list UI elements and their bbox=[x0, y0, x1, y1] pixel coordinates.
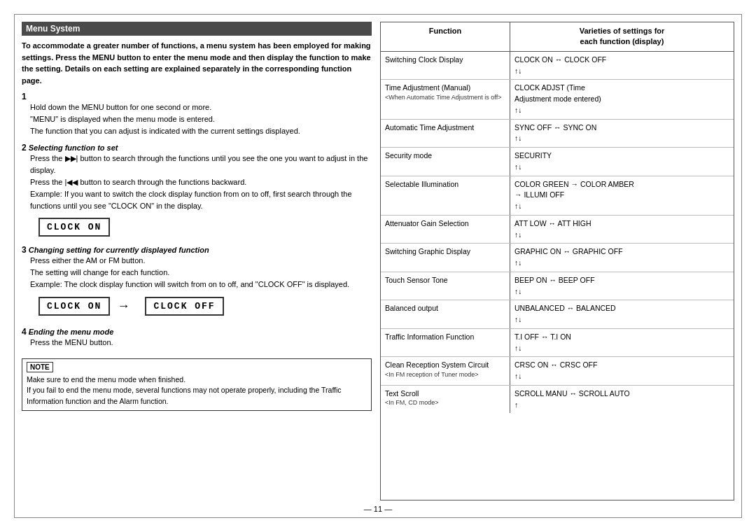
td-function: Security mode bbox=[381, 148, 510, 176]
td-settings: GRAPHIC ON ↔ GRAPHIC OFF↑↓ bbox=[510, 244, 734, 272]
td-settings: CRSC ON ↔ CRSC OFF↑↓ bbox=[510, 357, 734, 385]
td-settings: CLOCK ADJST (TimeAdjustment mode entered… bbox=[510, 80, 734, 118]
td-settings: SYNC OFF ↔ SYNC ON↑↓ bbox=[510, 120, 734, 148]
menu-system-header: Menu System bbox=[22, 22, 372, 36]
table-row: Touch Sensor ToneBEEP ON ↔ BEEP OFF↑↓ bbox=[381, 272, 734, 301]
sub-note: <In FM reception of Tuner mode> bbox=[385, 370, 505, 379]
td-settings: T.I OFF ↔ T.I ON↑↓ bbox=[510, 329, 734, 357]
th-varieties: Varieties of settings foreach function (… bbox=[510, 22, 734, 51]
clock-display-1: CLOCK ON bbox=[38, 218, 110, 237]
step-2-title: Selecting function to set bbox=[29, 144, 118, 152]
note-label: NOTE bbox=[27, 362, 53, 372]
step-1-num: 1 bbox=[22, 92, 27, 102]
step-1: 1 Hold down the MENU button for one seco… bbox=[22, 92, 372, 137]
td-function: Switching Graphic Display bbox=[381, 244, 510, 272]
clock-display-2: CLOCK ON bbox=[38, 297, 110, 316]
step-3-body: Press either the AM or FM button. The se… bbox=[30, 255, 372, 290]
table-row: Automatic Time AdjustmentSYNC OFF ↔ SYNC… bbox=[381, 120, 734, 148]
td-function: Touch Sensor Tone bbox=[381, 272, 510, 300]
page-number: — 11 — bbox=[22, 505, 734, 513]
td-settings: COLOR GREEN → COLOR AMBER→ ILLUMI OFF↑↓ bbox=[510, 176, 734, 215]
td-settings: SCROLL MANU ↔ SCROLL AUTO↑ bbox=[510, 386, 734, 414]
step-2-body: Press the ▶▶| button to search through t… bbox=[30, 153, 372, 212]
note-box: NOTE Make sure to end the menu mode when… bbox=[22, 358, 372, 411]
step-2: 2 Selecting function to set Press the ▶▶… bbox=[22, 143, 372, 239]
right-arrow: → bbox=[117, 299, 130, 314]
table-row: Selectable IlluminationCOLOR GREEN → COL… bbox=[381, 176, 734, 216]
table-row: Attenuator Gain SelectionATT LOW ↔ ATT H… bbox=[381, 216, 734, 244]
note-text: Make sure to end the menu mode when fini… bbox=[27, 374, 367, 407]
step-3-title: Changing setting for currently displayed… bbox=[29, 246, 209, 254]
td-function: Attenuator Gain Selection bbox=[381, 216, 510, 244]
sub-note: <When Automatic Time Adjustment is off> bbox=[385, 93, 505, 102]
sub-note: <In FM, CD mode> bbox=[385, 398, 505, 407]
left-column: Menu System To accommodate a greater num… bbox=[22, 22, 372, 500]
table-row: Time Adjustment (Manual)<When Automatic … bbox=[381, 80, 734, 119]
table-row: Traffic Information FunctionT.I OFF ↔ T.… bbox=[381, 329, 734, 358]
td-function: Balanced output bbox=[381, 300, 510, 328]
clock-row: CLOCK ON → CLOCK OFF bbox=[30, 294, 372, 318]
table-body: Switching Clock DisplayCLOCK ON ↔ CLOCK … bbox=[381, 52, 734, 500]
td-function: Automatic Time Adjustment bbox=[381, 120, 510, 148]
td-settings: BEEP ON ↔ BEEP OFF↑↓ bbox=[510, 272, 734, 300]
step-4: 4 Ending the menu mode Press the MENU bu… bbox=[22, 327, 372, 349]
step-1-body: Hold down the MENU button for one second… bbox=[30, 102, 372, 137]
page-container: Menu System To accommodate a greater num… bbox=[14, 14, 742, 518]
th-function: Function bbox=[381, 22, 510, 51]
intro-bold-text: To accommodate a greater number of funct… bbox=[22, 40, 372, 86]
step-4-num: 4 bbox=[22, 327, 27, 337]
td-function: Time Adjustment (Manual)<When Automatic … bbox=[381, 80, 510, 118]
step-4-title: Ending the menu mode bbox=[29, 328, 114, 336]
two-column-layout: Menu System To accommodate a greater num… bbox=[22, 22, 734, 500]
td-function: Text Scroll<In FM, CD mode> bbox=[381, 386, 510, 414]
table-header: Function Varieties of settings foreach f… bbox=[381, 22, 734, 52]
td-settings: UNBALANCED ↔ BALANCED↑↓ bbox=[510, 300, 734, 328]
td-function: Clean Reception System Circuit<In FM rec… bbox=[381, 357, 510, 385]
td-function: Switching Clock Display bbox=[381, 52, 510, 80]
step-3: 3 Changing setting for currently display… bbox=[22, 245, 372, 321]
td-settings: ATT LOW ↔ ATT HIGH↑↓ bbox=[510, 216, 734, 244]
step-2-num: 2 bbox=[22, 143, 27, 153]
table-row: Switching Graphic DisplayGRAPHIC ON ↔ GR… bbox=[381, 244, 734, 272]
td-function: Selectable Illumination bbox=[381, 176, 510, 215]
function-table: Function Varieties of settings foreach f… bbox=[380, 22, 734, 500]
td-function: Traffic Information Function bbox=[381, 329, 510, 357]
table-row: Balanced outputUNBALANCED ↔ BALANCED↑↓ bbox=[381, 300, 734, 329]
clock-display-3: CLOCK OFF bbox=[145, 297, 223, 316]
table-row: Text Scroll<In FM, CD mode>SCROLL MANU ↔… bbox=[381, 386, 734, 414]
step-4-body: Press the MENU button. bbox=[30, 337, 372, 349]
table-row: Clean Reception System Circuit<In FM rec… bbox=[381, 357, 734, 386]
step-3-num: 3 bbox=[22, 245, 27, 255]
table-row: Security modeSECURITY↑↓ bbox=[381, 148, 734, 176]
td-settings: CLOCK ON ↔ CLOCK OFF↑↓ bbox=[510, 52, 734, 80]
td-settings: SECURITY↑↓ bbox=[510, 148, 734, 176]
table-row: Switching Clock DisplayCLOCK ON ↔ CLOCK … bbox=[381, 52, 734, 80]
